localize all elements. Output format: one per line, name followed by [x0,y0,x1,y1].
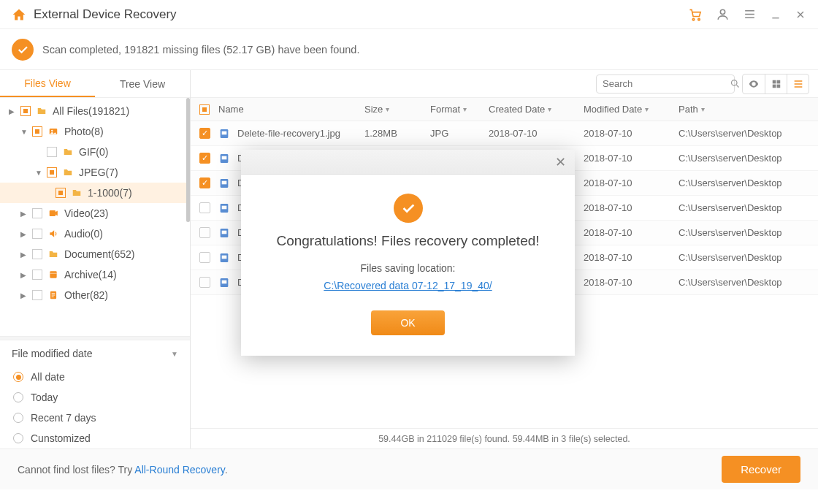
filter-title[interactable]: File modified date ▼ [0,340,190,367]
row-checkbox[interactable] [199,227,210,238]
user-icon[interactable] [716,7,730,21]
file-icon [218,227,230,239]
archive-icon [47,270,60,280]
tab-tree-view[interactable]: Tree View [95,70,190,97]
search-box[interactable] [596,75,735,93]
folder-icon [61,147,74,157]
filter-today[interactable]: Today [0,387,190,408]
svg-rect-5 [50,210,56,216]
tree-node-photo[interactable]: ▼ Photo(8) [0,121,190,142]
select-all-checkbox[interactable] [199,104,210,115]
tree-node-other[interactable]: ▶ Other(82) [0,285,190,305]
filter-recent7[interactable]: Recent 7 days [0,408,190,428]
svg-point-1 [698,18,700,20]
window-title: External Device Recovery [34,7,177,22]
folder-icon [61,167,74,177]
file-icon [218,252,230,264]
video-icon [47,208,60,218]
view-buttons [742,74,809,94]
file-icon [218,177,230,189]
svg-rect-10 [776,80,780,83]
dialog-close-icon[interactable]: ✕ [555,154,566,170]
preview-button[interactable] [743,75,765,93]
filter-all-date[interactable]: All date [0,367,190,387]
svg-rect-12 [776,84,780,88]
grid-view-button[interactable] [765,75,787,93]
dialog-ok-button[interactable]: OK [371,310,444,335]
svg-rect-26 [222,280,227,283]
svg-rect-22 [222,230,227,234]
check-circle-icon [12,39,34,61]
file-name: Delete-file-recovery1.jpg [237,128,340,139]
scan-status-bar: Scan completed, 191821 missing files (52… [0,29,818,70]
dialog-title: Congratulations! Files recovery complete… [263,233,553,249]
folder-icon [70,188,83,198]
table-row[interactable]: Delete-file-recovery1.jpg 1.28MB JPG 201… [191,121,818,146]
footer-hint: Cannot find lost files? Try All-Round Re… [18,464,228,476]
tree-node-jpeg-range[interactable]: 1-1000(7) [0,183,190,203]
filter-customized[interactable]: Cunstomized [0,428,190,448]
recover-button[interactable]: Recover [722,456,800,483]
dialog-location-link[interactable]: C:\Recovered data 07-12_17_19_40/ [324,280,492,291]
photo-icon [47,126,60,137]
row-checkbox[interactable] [199,177,210,188]
svg-rect-24 [222,255,227,259]
all-round-recovery-link[interactable]: All-Round Recovery [134,464,224,476]
scrollbar-thumb[interactable] [186,98,190,222]
svg-rect-11 [772,84,776,88]
file-icon [218,153,230,164]
svg-rect-18 [222,180,227,184]
document-icon [47,249,60,259]
search-icon[interactable] [730,78,741,89]
minimize-icon[interactable] [770,9,781,20]
scan-status-text: Scan completed, 191821 missing files (52… [42,44,359,56]
cart-icon[interactable] [688,7,703,22]
home-icon[interactable] [12,7,26,22]
col-name[interactable]: Name [218,104,364,115]
tree-node-jpeg[interactable]: ▼ JPEG(7) [0,162,190,183]
col-size[interactable]: Size▾ [364,104,430,115]
svg-point-4 [51,130,53,131]
sidebar: Files View Tree View ▶ All Files(191821)… [0,70,191,448]
col-path[interactable]: Path▾ [679,104,809,115]
svg-point-0 [692,18,695,20]
col-created[interactable]: Created Date▾ [489,104,584,115]
row-checkbox[interactable] [199,128,210,139]
col-modified[interactable]: Modified Date▾ [584,104,679,115]
audio-icon [47,229,60,239]
tree-node-all[interactable]: ▶ All Files(191821) [0,101,190,121]
svg-rect-6 [50,271,56,278]
row-checkbox[interactable] [199,252,210,263]
table-header: Name Size▾ Format▾ Created Date▾ Modifie… [191,98,818,121]
chevron-down-icon: ▼ [171,350,178,358]
close-icon[interactable] [795,9,806,20]
svg-rect-9 [772,80,776,83]
tree-node-gif[interactable]: GIF(0) [0,142,190,162]
tree-node-archive[interactable]: ▶ Archive(14) [0,264,190,285]
svg-point-8 [732,80,738,86]
file-icon [218,277,230,289]
other-icon [47,290,60,300]
svg-point-2 [720,9,725,14]
tree-node-video[interactable]: ▶ Video(23) [0,203,190,224]
check-circle-icon [394,194,423,223]
list-view-button[interactable] [787,75,809,93]
completion-dialog: ✕ Congratulations! Files recovery comple… [241,150,575,356]
title-bar: External Device Recovery [0,0,818,29]
dialog-subtitle: Files saving location: [263,262,553,274]
file-icon [218,202,230,214]
menu-icon[interactable] [743,7,757,21]
row-checkbox[interactable] [199,153,210,164]
status-bar: 59.44GB in 211029 file(s) found. 59.44MB… [191,428,818,448]
row-checkbox[interactable] [199,277,210,288]
svg-rect-14 [222,131,227,134]
search-input[interactable] [603,78,725,89]
col-format[interactable]: Format▾ [430,104,489,115]
file-icon [218,128,230,140]
row-checkbox[interactable] [199,202,210,213]
tree-node-audio[interactable]: ▶ Audio(0) [0,224,190,244]
svg-rect-16 [222,156,227,159]
svg-rect-20 [222,205,227,209]
tab-files-view[interactable]: Files View [0,70,95,97]
tree-node-document[interactable]: ▶ Document(652) [0,244,190,264]
